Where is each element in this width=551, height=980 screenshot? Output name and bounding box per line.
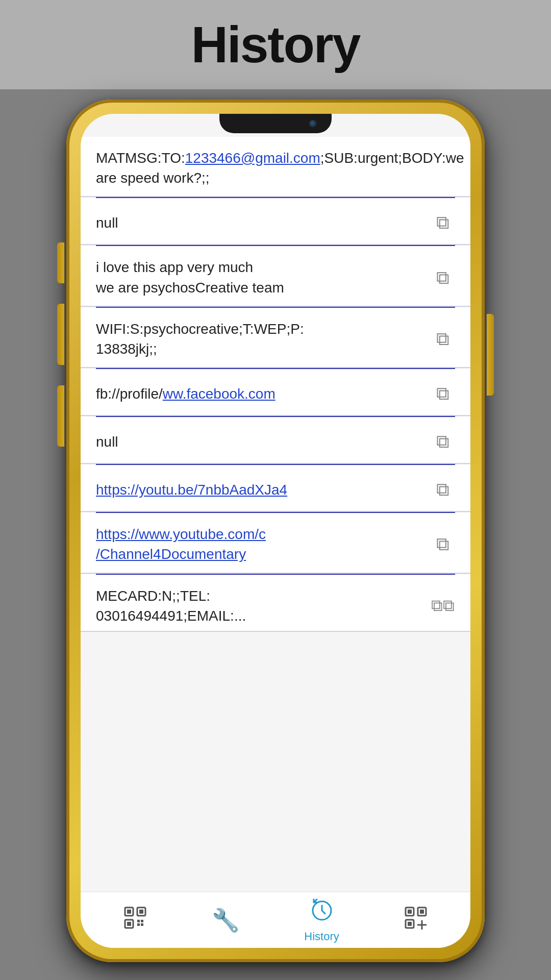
history-item: null ⧉ xyxy=(81,417,470,464)
copy-button[interactable]: ⧉ xyxy=(430,428,456,455)
nav-item-history[interactable]: History xyxy=(296,893,347,947)
history-item: WIFI:S:psychocreative;T:WEP;P:13838jkj;;… xyxy=(81,308,470,368)
copy-icon: ⧉⧉ xyxy=(431,596,455,615)
history-nav-label: History xyxy=(304,930,339,943)
screen-content: MATMSG:TO:1233466@gmail.com;SUB:urgent;B… xyxy=(81,114,470,948)
history-item: MATMSG:TO:1233466@gmail.com;SUB:urgent;B… xyxy=(81,137,470,197)
email-link[interactable]: 1233466@gmail.com xyxy=(185,150,320,166)
svg-rect-14 xyxy=(420,910,424,914)
copy-button[interactable]: ⧉ xyxy=(430,380,456,407)
youtube-link-short[interactable]: https://youtu.be/7nbbAadXJa4 xyxy=(96,482,287,498)
copy-button[interactable]: ⧉ xyxy=(430,264,456,291)
svg-rect-9 xyxy=(141,923,143,926)
copy-icon: ⧉ xyxy=(436,533,449,555)
history-item: MECARD:N;;TEL:03016494491;EMAIL:... ⧉⧉ xyxy=(81,575,470,632)
history-item: i love this app very muchwe are psychosC… xyxy=(81,246,470,306)
text-prefix: fb://profile/ xyxy=(96,386,163,402)
nav-item-settings[interactable]: 🔧 xyxy=(204,903,248,938)
svg-rect-12 xyxy=(408,910,412,914)
youtube-link-channel[interactable]: https://www.youtube.com/c/Channel4Docume… xyxy=(96,526,266,562)
phone-wrapper: MATMSG:TO:1233466@gmail.com;SUB:urgent;B… xyxy=(66,100,485,962)
item-text: WIFI:S:psychocreative;T:WEP;P:13838jkj;; xyxy=(96,321,304,357)
history-item-text: MECARD:N;;TEL:03016494491;EMAIL:... xyxy=(96,586,430,626)
svg-rect-7 xyxy=(141,920,143,922)
history-item-text: null xyxy=(96,432,430,452)
item-text: i love this app very muchwe are psychosC… xyxy=(96,259,284,295)
svg-rect-6 xyxy=(137,920,140,922)
history-item-text: https://youtu.be/7nbbAadXJa4 xyxy=(96,480,430,500)
history-item-text: null xyxy=(96,213,430,233)
notch xyxy=(219,114,332,133)
wrench-icon: 🔧 xyxy=(212,907,240,934)
item-text: MECARD:N;;TEL:03016494491;EMAIL:... xyxy=(96,588,246,624)
copy-icon: ⧉ xyxy=(436,383,449,404)
history-item: fb://profile/ww.facebook.com ⧉ xyxy=(81,369,470,416)
svg-rect-8 xyxy=(137,923,140,926)
copy-button[interactable]: ⧉ xyxy=(430,531,456,557)
copy-button[interactable]: ⧉⧉ xyxy=(430,593,456,619)
text-static: MATMSG:TO: xyxy=(96,150,185,166)
history-list[interactable]: MATMSG:TO:1233466@gmail.com;SUB:urgent;B… xyxy=(81,137,470,892)
front-camera xyxy=(309,120,316,127)
svg-rect-16 xyxy=(408,922,412,926)
side-button-left-3 xyxy=(57,385,64,447)
qr-scan-icon xyxy=(123,905,147,935)
history-item-text: https://www.youtube.com/c/Channel4Docume… xyxy=(96,524,430,564)
history-item-text: i love this app very muchwe are psychosC… xyxy=(96,257,430,297)
svg-rect-1 xyxy=(127,910,131,914)
copy-icon: ⧉ xyxy=(436,212,449,233)
svg-rect-3 xyxy=(139,910,143,914)
copy-button[interactable]: ⧉ xyxy=(430,209,456,236)
copy-button[interactable]: ⧉ xyxy=(430,326,456,352)
side-button-left-2 xyxy=(57,304,64,365)
history-item: null ⧉ xyxy=(81,198,470,245)
side-button-right-1 xyxy=(487,314,494,396)
history-item: https://www.youtube.com/c/Channel4Docume… xyxy=(81,513,470,573)
copy-icon: ⧉ xyxy=(436,328,449,350)
history-item-text: WIFI:S:psychocreative;T:WEP;P:13838jkj;; xyxy=(96,319,430,359)
side-button-left-1 xyxy=(57,242,64,283)
nav-item-scan[interactable] xyxy=(115,901,156,939)
history-item: https://youtu.be/7nbbAadXJa4 ⧉ xyxy=(81,465,470,512)
nav-item-generate[interactable] xyxy=(395,901,436,939)
bottom-nav: 🔧 History xyxy=(81,892,470,948)
top-header: History xyxy=(0,0,551,89)
fb-link[interactable]: ww.facebook.com xyxy=(163,386,276,402)
item-text: null xyxy=(96,434,118,450)
copy-button[interactable]: ⧉ xyxy=(430,476,456,503)
svg-rect-5 xyxy=(127,922,131,926)
history-item-text: MATMSG:TO:1233466@gmail.com;SUB:urgent;B… xyxy=(96,148,470,188)
page-title: History xyxy=(191,15,360,74)
copy-icon: ⧉ xyxy=(436,479,449,500)
phone-screen: MATMSG:TO:1233466@gmail.com;SUB:urgent;B… xyxy=(81,114,470,948)
history-icon xyxy=(310,897,334,927)
copy-icon: ⧉ xyxy=(436,267,449,288)
copy-icon: ⧉ xyxy=(436,431,449,452)
qr-generate-icon xyxy=(404,905,428,935)
item-text: null xyxy=(96,215,118,231)
history-item-text: fb://profile/ww.facebook.com xyxy=(96,384,430,404)
